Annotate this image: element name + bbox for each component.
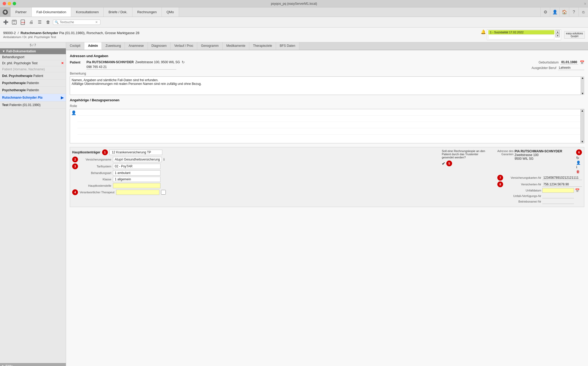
alert-box: 1 - Suizidalität 17.02.2022 ▲ ▼: [487, 29, 561, 40]
main-layout: 5 / 7 ▼ Fall-Dokumentation Behandlungsor…: [0, 42, 588, 366]
tab-therapieziele[interactable]: Therapieziele: [249, 42, 276, 50]
tab-admin[interactable]: Admin: [84, 42, 102, 50]
list-item[interactable]: Psychotherapie Patientin: [0, 87, 66, 94]
hk-middle-block: Soll eine Rechnungskopie an den Patient …: [442, 149, 495, 205]
save-button[interactable]: [11, 19, 18, 26]
unfalldatum-value: [542, 188, 574, 193]
angehoerige-rows: [77, 109, 580, 143]
alert-scroll-down[interactable]: ▼: [555, 34, 560, 37]
scroll-up-icon[interactable]: ▲: [581, 76, 584, 79]
nav-tab-qmo[interactable]: QMo: [162, 7, 179, 17]
therapeut-label: Verantwortlicher Therapeut: [80, 191, 114, 194]
tab-verlauf[interactable]: Verlauf / Proc: [171, 42, 197, 50]
adresse-garanten-block: Adresse desGaranten: [497, 149, 513, 156]
info-garanten-icon[interactable]: ℹ: [576, 165, 582, 169]
sidebar-falle[interactable]: ▶ Fälle: [0, 363, 66, 366]
sidebar-behandlungsort: Behandlungsort: [0, 54, 66, 60]
angehoerige-row: [77, 116, 580, 122]
hk-row-main: Hauptkostenträger 1 12 Krankenversicheru…: [72, 149, 439, 155]
gear-icon[interactable]: ⚙: [540, 7, 550, 17]
delete-garanten-icon[interactable]: 🗑: [576, 170, 582, 174]
nav-tab-fall[interactable]: Fall-Dokumentation: [32, 7, 71, 17]
list-button[interactable]: ☰: [36, 19, 43, 26]
therapeut-input[interactable]: [116, 190, 159, 195]
klasse-label: Klasse: [80, 178, 111, 181]
person-icon: 👤: [70, 109, 77, 143]
calendar-unfall-icon[interactable]: 📅: [575, 188, 580, 193]
nav-tab-briefe[interactable]: Briefe / Dok.: [104, 7, 132, 17]
unfall-verfuegung-label: Unfall-/Verfügungs-Nr: [504, 194, 541, 198]
patient-address: Zweitstrasse 100, 9500 WIL SG: [135, 60, 180, 64]
calendar-icon[interactable]: 📅: [580, 60, 584, 65]
sidebar-list: Del. Psychotherapie Patient Psychotherap…: [0, 72, 66, 363]
vt-row-unfall: Unfalldatum 📅: [504, 188, 582, 193]
badge-7: 7: [497, 175, 503, 181]
patient-subtitle: Ambulatorium / Dr. phil. Psychologin Tes…: [3, 35, 477, 39]
badge-4: 4: [72, 189, 78, 195]
sidebar-active-item[interactable]: Rutschmann-Schnyder Pia ▶: [0, 94, 66, 102]
vt-row-karten: 7 Versicherungskarten-Nr 123456789102121…: [497, 175, 582, 181]
scroll-up-icon[interactable]: ▲: [581, 109, 584, 112]
tab-cockpit[interactable]: Cockpit: [66, 42, 84, 50]
refresh-garanten-icon[interactable]: ↻: [576, 156, 582, 160]
scroll-down-icon[interactable]: ▼: [581, 92, 584, 95]
svg-rect-6: [13, 23, 15, 24]
tab-anamnese[interactable]: Anamnese: [125, 42, 148, 50]
user-icon[interactable]: 👤: [550, 7, 559, 17]
nav-tab-partner[interactable]: Partner: [11, 7, 32, 17]
clear-therapeut-button[interactable]: ✕: [61, 61, 64, 65]
versicherungsname-label: Versicherungsname: [80, 158, 111, 161]
search-input[interactable]: [60, 20, 94, 24]
home-icon[interactable]: 🏠: [559, 7, 569, 17]
active-item-arrow: ▶: [61, 95, 64, 100]
alert-scroll-up[interactable]: ▲: [555, 30, 560, 34]
sidebar-section-fall[interactable]: ▼ Fall-Dokumentation: [0, 48, 66, 54]
nav-tab-rechnungen[interactable]: Rechnungen: [132, 7, 162, 17]
tab-diagnosen[interactable]: Diagnosen: [148, 42, 171, 50]
hk-main-row: Hauptkostenträger 1 12 Krankenversicheru…: [72, 149, 582, 205]
tab-medikamente[interactable]: Medikamente: [223, 42, 249, 50]
hk-row-behandlungsart: Behandlungsart 1 ambulant: [80, 170, 439, 176]
print-button[interactable]: 🖨: [27, 19, 35, 26]
section-adressen-title: Adressen und Angaben: [70, 54, 584, 58]
therapeut-checkbox[interactable]: [161, 190, 166, 195]
tab-zuweisung[interactable]: Zuweisung: [102, 42, 125, 50]
behandlungsart-value: 1 ambulant: [113, 170, 160, 176]
nav-icon-group: ⚙ 👤 🏠 ? ⎋: [540, 7, 588, 17]
close-button[interactable]: [3, 2, 6, 5]
hk-row-therapeut: 4 Verantwortlicher Therapeut: [72, 189, 439, 195]
patient-field-block: Pia RUTSCHMANN-SCHNYDER Zweitstrasse 100…: [86, 60, 530, 70]
svg-text:PDF: PDF: [21, 22, 25, 24]
exit-icon[interactable]: ⎋: [578, 7, 588, 17]
hauptkostenstelle-label: Hauptkostenstelle: [80, 184, 111, 187]
maximize-button[interactable]: [13, 2, 16, 5]
pdf-button[interactable]: PDF: [19, 19, 26, 26]
refresh-patient-icon[interactable]: ↻: [182, 60, 185, 64]
vt-row-betriebs: Betriebsname/-Nr: [504, 199, 582, 204]
delete-button[interactable]: 🗑: [44, 19, 52, 26]
soll-checkbox-row: ✔ 5: [442, 161, 452, 166]
nav-tab-konsultationen[interactable]: Konsultationen: [71, 7, 104, 17]
geburtsdatum-label: Geburtsdatum: [539, 61, 559, 64]
betriebs-label: Betriebsname/-Nr: [504, 200, 541, 203]
tab-genogramm[interactable]: Genogramm: [197, 42, 223, 50]
scroll-down-icon[interactable]: ▼: [581, 140, 584, 143]
unfall-verfuegung-value: [542, 194, 574, 198]
list-item[interactable]: Psychotherapie Patientin: [0, 80, 66, 87]
patient-phone: 098 765 43 21: [86, 65, 176, 70]
tab-bfs[interactable]: BFS Daten: [276, 42, 299, 50]
bemerkung-scrollbar: ▲ ▼: [581, 76, 584, 95]
title-bar: psyqos_pq (easyServerM1.local) ⇲: [0, 0, 588, 7]
chevron-down-icon: ▼: [2, 49, 5, 53]
minimize-button[interactable]: [8, 2, 11, 5]
add-button[interactable]: ➕: [2, 19, 10, 26]
help-icon[interactable]: ?: [569, 7, 578, 17]
hk-main-value: 12 Krankenversicherung TP: [109, 150, 162, 155]
info-icon[interactable]: ℹ: [163, 158, 165, 161]
geburtsdatum-block: Geburtsdatum 01.01.1980 📅 Ausgeübter Ber…: [532, 60, 584, 70]
list-item[interactable]: Test Patientin (01.01.1990): [0, 102, 66, 109]
list-item[interactable]: Del. Psychotherapie Patient: [0, 72, 66, 80]
klasse-value: 1 allgemein: [113, 177, 160, 182]
sidebar-patient-input[interactable]: Patient (Vorname, Nachname): [0, 66, 66, 72]
clear-search-icon[interactable]: ✕: [95, 20, 98, 24]
